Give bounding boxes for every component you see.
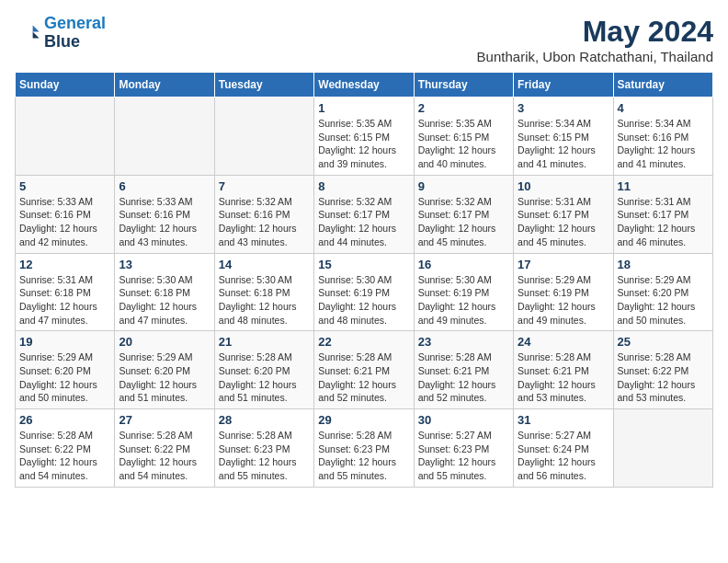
logo-text: General Blue bbox=[44, 15, 106, 52]
day-number: 2 bbox=[418, 101, 509, 115]
day-number: 16 bbox=[418, 258, 509, 271]
logo-icon bbox=[15, 20, 40, 46]
calendar-empty-cell bbox=[16, 98, 115, 176]
day-info: Sunrise: 5:35 AM Sunset: 6:15 PM Dayligh… bbox=[318, 117, 409, 171]
day-info: Sunrise: 5:33 AM Sunset: 6:16 PM Dayligh… bbox=[19, 195, 110, 249]
day-number: 24 bbox=[518, 335, 609, 349]
calendar-week-row: 1Sunrise: 5:35 AM Sunset: 6:15 PM Daylig… bbox=[16, 98, 713, 176]
page-header: General Blue May 2024 Buntharik, Ubon Ra… bbox=[15, 15, 713, 64]
calendar-day-7: 7Sunrise: 5:32 AM Sunset: 6:16 PM Daylig… bbox=[214, 175, 313, 253]
calendar-day-3: 3Sunrise: 5:34 AM Sunset: 6:15 PM Daylig… bbox=[514, 98, 613, 176]
calendar-day-8: 8Sunrise: 5:32 AM Sunset: 6:17 PM Daylig… bbox=[314, 175, 414, 253]
calendar-header-row: SundayMondayTuesdayWednesdayThursdayFrid… bbox=[16, 73, 713, 98]
calendar-day-12: 12Sunrise: 5:31 AM Sunset: 6:18 PM Dayli… bbox=[16, 253, 115, 331]
title-block: May 2024 Buntharik, Ubon Ratchathani, Th… bbox=[477, 15, 713, 64]
day-info: Sunrise: 5:29 AM Sunset: 6:20 PM Dayligh… bbox=[19, 350, 110, 405]
day-number: 31 bbox=[518, 413, 609, 427]
day-info: Sunrise: 5:31 AM Sunset: 6:17 PM Dayligh… bbox=[618, 195, 709, 249]
day-info: Sunrise: 5:29 AM Sunset: 6:19 PM Dayligh… bbox=[518, 273, 609, 327]
day-header-wednesday: Wednesday bbox=[314, 73, 414, 98]
day-number: 15 bbox=[318, 258, 409, 271]
day-info: Sunrise: 5:28 AM Sunset: 6:22 PM Dayligh… bbox=[119, 429, 210, 483]
month-year-title: May 2024 bbox=[477, 15, 713, 49]
day-info: Sunrise: 5:35 AM Sunset: 6:15 PM Dayligh… bbox=[418, 117, 509, 171]
calendar-day-30: 30Sunrise: 5:27 AM Sunset: 6:23 PM Dayli… bbox=[414, 409, 513, 488]
calendar-week-row: 5Sunrise: 5:33 AM Sunset: 6:16 PM Daylig… bbox=[16, 175, 713, 253]
day-header-tuesday: Tuesday bbox=[214, 73, 313, 98]
day-info: Sunrise: 5:32 AM Sunset: 6:17 PM Dayligh… bbox=[318, 195, 409, 249]
day-info: Sunrise: 5:28 AM Sunset: 6:23 PM Dayligh… bbox=[318, 429, 409, 483]
day-number: 17 bbox=[518, 258, 609, 271]
day-number: 20 bbox=[119, 335, 210, 349]
calendar-day-28: 28Sunrise: 5:28 AM Sunset: 6:23 PM Dayli… bbox=[214, 409, 313, 488]
day-number: 23 bbox=[418, 335, 509, 349]
calendar-day-18: 18Sunrise: 5:29 AM Sunset: 6:20 PM Dayli… bbox=[613, 253, 712, 331]
calendar-day-20: 20Sunrise: 5:29 AM Sunset: 6:20 PM Dayli… bbox=[115, 331, 214, 409]
calendar-table: SundayMondayTuesdayWednesdayThursdayFrid… bbox=[15, 72, 713, 488]
day-number: 29 bbox=[318, 413, 409, 427]
day-header-sunday: Sunday bbox=[16, 73, 115, 98]
calendar-day-14: 14Sunrise: 5:30 AM Sunset: 6:18 PM Dayli… bbox=[214, 253, 313, 331]
calendar-week-row: 19Sunrise: 5:29 AM Sunset: 6:20 PM Dayli… bbox=[16, 331, 713, 409]
calendar-day-5: 5Sunrise: 5:33 AM Sunset: 6:16 PM Daylig… bbox=[16, 175, 115, 253]
logo: General Blue bbox=[15, 15, 106, 52]
day-number: 13 bbox=[119, 258, 210, 271]
day-info: Sunrise: 5:30 AM Sunset: 6:18 PM Dayligh… bbox=[219, 273, 310, 327]
day-info: Sunrise: 5:27 AM Sunset: 6:24 PM Dayligh… bbox=[518, 429, 609, 483]
calendar-week-row: 12Sunrise: 5:31 AM Sunset: 6:18 PM Dayli… bbox=[16, 253, 713, 331]
day-number: 5 bbox=[19, 179, 110, 193]
calendar-day-21: 21Sunrise: 5:28 AM Sunset: 6:20 PM Dayli… bbox=[214, 331, 313, 409]
calendar-day-6: 6Sunrise: 5:33 AM Sunset: 6:16 PM Daylig… bbox=[115, 175, 214, 253]
calendar-day-19: 19Sunrise: 5:29 AM Sunset: 6:20 PM Dayli… bbox=[16, 331, 115, 409]
day-number: 28 bbox=[219, 413, 310, 427]
day-number: 1 bbox=[318, 101, 409, 115]
calendar-day-27: 27Sunrise: 5:28 AM Sunset: 6:22 PM Dayli… bbox=[115, 409, 214, 488]
day-number: 9 bbox=[418, 179, 509, 193]
day-header-saturday: Saturday bbox=[613, 73, 712, 98]
calendar-day-23: 23Sunrise: 5:28 AM Sunset: 6:21 PM Dayli… bbox=[414, 331, 513, 409]
day-info: Sunrise: 5:28 AM Sunset: 6:21 PM Dayligh… bbox=[518, 350, 609, 405]
day-number: 3 bbox=[518, 101, 609, 115]
day-header-thursday: Thursday bbox=[414, 73, 513, 98]
day-info: Sunrise: 5:33 AM Sunset: 6:16 PM Dayligh… bbox=[119, 195, 210, 249]
day-number: 30 bbox=[418, 413, 509, 427]
day-number: 11 bbox=[618, 179, 709, 193]
day-info: Sunrise: 5:29 AM Sunset: 6:20 PM Dayligh… bbox=[119, 350, 210, 405]
calendar-day-1: 1Sunrise: 5:35 AM Sunset: 6:15 PM Daylig… bbox=[314, 98, 414, 176]
calendar-day-16: 16Sunrise: 5:30 AM Sunset: 6:19 PM Dayli… bbox=[414, 253, 513, 331]
calendar-day-11: 11Sunrise: 5:31 AM Sunset: 6:17 PM Dayli… bbox=[613, 175, 712, 253]
calendar-day-29: 29Sunrise: 5:28 AM Sunset: 6:23 PM Dayli… bbox=[314, 409, 414, 488]
day-info: Sunrise: 5:27 AM Sunset: 6:23 PM Dayligh… bbox=[418, 429, 509, 483]
day-number: 25 bbox=[618, 335, 709, 349]
day-info: Sunrise: 5:31 AM Sunset: 6:17 PM Dayligh… bbox=[518, 195, 609, 249]
svg-marker-1 bbox=[33, 31, 40, 38]
day-number: 10 bbox=[518, 179, 609, 193]
day-number: 22 bbox=[318, 335, 409, 349]
calendar-day-17: 17Sunrise: 5:29 AM Sunset: 6:19 PM Dayli… bbox=[514, 253, 613, 331]
calendar-day-2: 2Sunrise: 5:35 AM Sunset: 6:15 PM Daylig… bbox=[414, 98, 513, 176]
day-info: Sunrise: 5:30 AM Sunset: 6:19 PM Dayligh… bbox=[318, 273, 409, 327]
day-info: Sunrise: 5:29 AM Sunset: 6:20 PM Dayligh… bbox=[618, 273, 709, 327]
day-info: Sunrise: 5:31 AM Sunset: 6:18 PM Dayligh… bbox=[19, 273, 110, 327]
calendar-day-24: 24Sunrise: 5:28 AM Sunset: 6:21 PM Dayli… bbox=[514, 331, 613, 409]
day-info: Sunrise: 5:30 AM Sunset: 6:19 PM Dayligh… bbox=[418, 273, 509, 327]
calendar-day-4: 4Sunrise: 5:34 AM Sunset: 6:16 PM Daylig… bbox=[613, 98, 712, 176]
calendar-day-22: 22Sunrise: 5:28 AM Sunset: 6:21 PM Dayli… bbox=[314, 331, 414, 409]
day-header-friday: Friday bbox=[514, 73, 613, 98]
day-number: 27 bbox=[119, 413, 210, 427]
day-info: Sunrise: 5:32 AM Sunset: 6:16 PM Dayligh… bbox=[219, 195, 310, 249]
calendar-empty-cell bbox=[214, 98, 313, 176]
day-number: 7 bbox=[219, 179, 310, 193]
calendar-empty-cell bbox=[613, 409, 712, 488]
day-number: 18 bbox=[618, 258, 709, 271]
calendar-day-31: 31Sunrise: 5:27 AM Sunset: 6:24 PM Dayli… bbox=[514, 409, 613, 488]
day-info: Sunrise: 5:28 AM Sunset: 6:21 PM Dayligh… bbox=[418, 350, 509, 405]
day-number: 21 bbox=[219, 335, 310, 349]
day-number: 19 bbox=[19, 335, 110, 349]
day-info: Sunrise: 5:28 AM Sunset: 6:23 PM Dayligh… bbox=[219, 429, 310, 483]
day-info: Sunrise: 5:28 AM Sunset: 6:22 PM Dayligh… bbox=[19, 429, 110, 483]
calendar-day-13: 13Sunrise: 5:30 AM Sunset: 6:18 PM Dayli… bbox=[115, 253, 214, 331]
day-info: Sunrise: 5:28 AM Sunset: 6:22 PM Dayligh… bbox=[618, 350, 709, 405]
calendar-day-25: 25Sunrise: 5:28 AM Sunset: 6:22 PM Dayli… bbox=[613, 331, 712, 409]
calendar-day-10: 10Sunrise: 5:31 AM Sunset: 6:17 PM Dayli… bbox=[514, 175, 613, 253]
